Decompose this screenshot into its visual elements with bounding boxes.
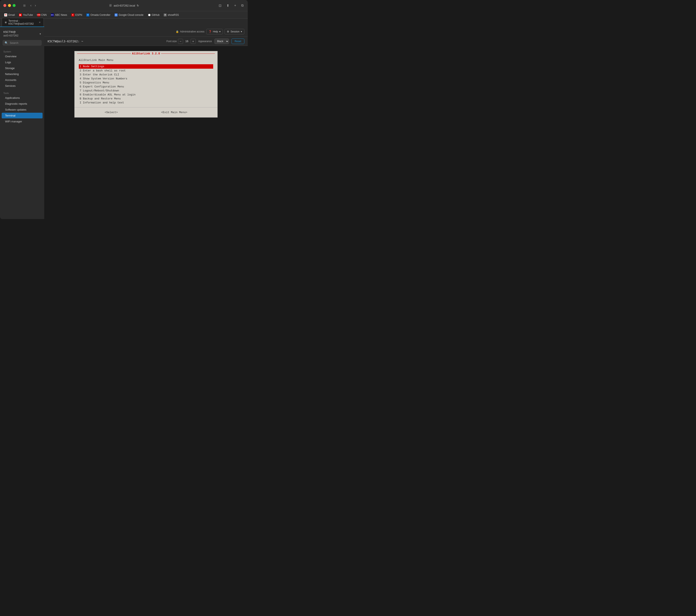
sidebar-system-section: System Overview Logs Storage Networking … (0, 48, 44, 90)
sidebar-item-diagnostic-reports[interactable]: Diagnostic reports (2, 101, 43, 107)
terminal-prompt: K5CTW@asl3-637262: ~ (48, 40, 164, 43)
terminal-toolbar: K5CTW@asl3-637262: ~ Font size − 16 + Ap… (44, 37, 248, 46)
menu-item-6[interactable]: 6 Expert Configuration Menu (79, 85, 213, 89)
tab-icon: 🖥 (4, 21, 7, 23)
showrss-icon: R (164, 14, 167, 16)
tab-label: Terminal - K5CTW@asl3-637262 (9, 19, 37, 25)
font-size-control: Font size − 16 + (167, 39, 196, 44)
sidebar-item-storage[interactable]: Storage (2, 65, 43, 71)
monitor-icon: 🖥 (109, 4, 112, 7)
bookmark-github[interactable]: ⬤ GitHub (146, 13, 161, 17)
bookmark-showrss[interactable]: R showRSS (162, 13, 180, 17)
sidebar-item-networking[interactable]: Networking (2, 71, 43, 77)
bookmark-abc-label: ABC News (55, 14, 67, 16)
sidebar-item-wifi-manager[interactable]: WiFi manager (2, 119, 43, 124)
reset-button[interactable]: Reset (232, 38, 244, 44)
menu-item-4[interactable]: 4 Show System Version Numbers (79, 77, 213, 81)
bookmark-gcloud[interactable]: G Google Cloud console (113, 13, 145, 17)
bookmark-cnn[interactable]: CNN CNN (36, 13, 48, 17)
minimize-button[interactable] (8, 4, 11, 7)
session-button[interactable]: ⚙ Session ▾ (224, 29, 244, 34)
share-icon[interactable]: ⬆ (226, 3, 230, 9)
bookmark-github-label: GitHub (152, 14, 159, 16)
sidebar-item-services[interactable]: Services (2, 83, 43, 89)
reload-icon[interactable]: ↻ (137, 4, 139, 7)
titlebar: ⊞ ‹ › 🖥 asl3-637262.local ↻ ⊡ ⬆ + ⧉ (0, 0, 248, 11)
terminal-tab[interactable]: 🖥 Terminal - K5CTW@asl3-637262 ✕ (2, 18, 44, 27)
new-tab-icon[interactable]: + (233, 3, 237, 8)
reader-icon[interactable]: ⊡ (218, 3, 222, 9)
menu-item-7[interactable]: 7 Logout/Reboot/Shutdown (79, 89, 213, 93)
dialog-title-bar: AllStarLink 3.2.0 (75, 51, 217, 56)
font-decrease-button[interactable]: − (178, 39, 183, 44)
session-chevron-icon: ▾ (241, 30, 242, 33)
window-title: asl3-637262.local (114, 4, 135, 7)
exit-button[interactable]: <Exit Main Menu> (161, 111, 187, 114)
sidebar-hostname: asl3-637262 (3, 34, 18, 37)
menu-item-5[interactable]: 5 Diagnostics Menu (79, 81, 213, 85)
tab-overview-icon[interactable]: ⧉ (240, 3, 244, 8)
search-box[interactable]: 🔍 Search (2, 40, 42, 46)
sidebar-item-accounts[interactable]: Accounts (2, 77, 43, 83)
sidebar-tools-section: Tools Applications Diagnostic reports So… (0, 90, 44, 125)
menu-item-1[interactable]: 1 Node Settings (79, 64, 213, 69)
search-placeholder: Search (10, 41, 18, 45)
terminal-area[interactable]: AllStarLink 3.2.0 AllStarLink Main Menu … (44, 46, 248, 219)
sidebar-item-terminal[interactable]: Terminal (2, 113, 43, 119)
sidebar-user: K5CTW@ asl3-637262 (3, 30, 18, 37)
bookmark-youtube-label: YouTube (23, 14, 33, 16)
select-button[interactable]: <Select> (105, 111, 118, 114)
help-chevron-icon: ▾ (219, 30, 221, 33)
maximize-button[interactable] (13, 4, 16, 7)
font-increase-button[interactable]: + (191, 39, 196, 44)
title-dash-left (77, 53, 131, 54)
sidebar-system-label: System (0, 49, 44, 53)
appearance-label: Appearance (198, 40, 212, 43)
sidebar-item-logs[interactable]: Logs (2, 59, 43, 65)
bookmark-omada[interactable]: O Omada Controller (85, 13, 112, 17)
menu-item-i[interactable]: I Information and help text (79, 101, 213, 105)
bookmark-gmail-label: Gmail (8, 14, 15, 16)
dialog-body: AllStarLink Main Menu 1 Node Settings 2 … (75, 56, 217, 117)
forward-button[interactable]: › (33, 3, 37, 8)
bookmark-espn[interactable]: E ESPN (70, 13, 84, 17)
sidebar-item-software-updates[interactable]: Software updates (2, 107, 43, 112)
dialog-footer: <Select> <Exit Main Menu> (75, 107, 217, 117)
close-button[interactable] (3, 4, 6, 7)
menu-item-b[interactable]: B Backup and Restore Menu (79, 97, 213, 101)
toolbar-right: 🔒 Administrative access ❓ Help ▾ ⚙ Sessi… (176, 29, 244, 34)
bookmark-abc[interactable]: abc ABC News (49, 13, 69, 17)
appearance-select[interactable]: Black White Dark (215, 38, 229, 44)
sidebar-item-overview[interactable]: Overview (2, 53, 43, 59)
sidebar-chevron-icon[interactable]: ▾ (39, 32, 41, 35)
back-button[interactable]: ‹ (29, 3, 33, 8)
omada-icon: O (86, 14, 89, 16)
sidebar: K5CTW@ asl3-637262 ▾ 🔍 Search System Ove… (0, 27, 44, 219)
sidebar-item-applications[interactable]: Applications (2, 95, 43, 101)
tab-close-button[interactable]: ✕ (38, 21, 41, 24)
bookmark-cnn-label: CNN (41, 14, 47, 16)
cnn-icon: CNN (37, 14, 40, 16)
menu-list: 1 Node Settings 2 Enter a bash shell as … (79, 64, 213, 105)
bookmark-gcloud-label: Google Cloud console (118, 14, 143, 16)
bookmark-gmail[interactable]: M Gmail (2, 13, 16, 17)
font-size-value: 16 (184, 40, 189, 43)
content-top-toolbar: 🔒 Administrative access ❓ Help ▾ ⚙ Sessi… (44, 27, 248, 37)
sidebar-header: K5CTW@ asl3-637262 ▾ (0, 30, 44, 40)
main-content: K5CTW@ asl3-637262 ▾ 🔍 Search System Ove… (0, 27, 248, 219)
admin-access-label: 🔒 Administrative access (176, 30, 205, 33)
menu-item-8[interactable]: 8 Enable/disable ASL Menu at login (79, 93, 213, 97)
bookmark-omada-label: Omada Controller (90, 14, 110, 16)
dialog-menu-label: AllStarLink Main Menu (79, 59, 213, 62)
menu-item-3[interactable]: 3 Enter the Asterisk CLI (79, 73, 213, 77)
grid-icon[interactable]: ⊞ (21, 3, 28, 8)
sidebar-tools-label: Tools (0, 91, 44, 95)
help-button[interactable]: ❓ Help ▾ (206, 29, 223, 34)
content: 🔒 Administrative access ❓ Help ▾ ⚙ Sessi… (44, 27, 248, 219)
youtube-icon: ▶ (19, 14, 22, 16)
bookmark-youtube[interactable]: ▶ YouTube (17, 13, 34, 17)
font-size-label: Font size (167, 40, 177, 43)
menu-item-2[interactable]: 2 Enter a bash shell as root (79, 69, 213, 73)
github-icon: ⬤ (148, 14, 151, 16)
session-label: Session (231, 30, 239, 33)
